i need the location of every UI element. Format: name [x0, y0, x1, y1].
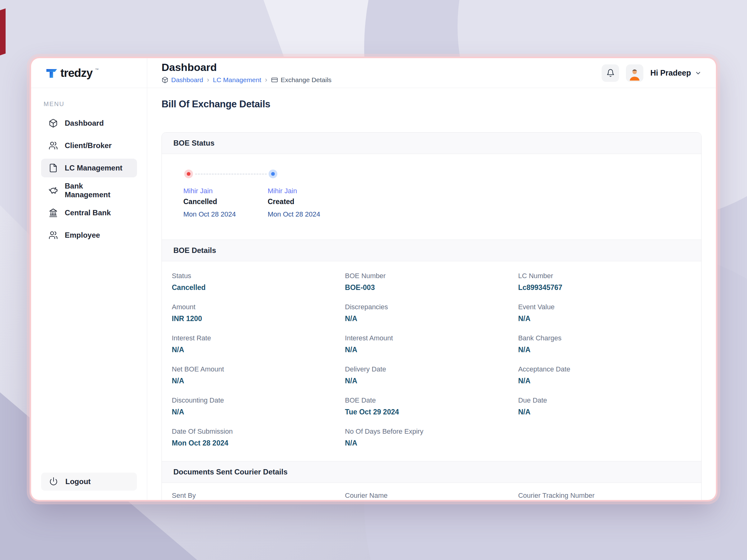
sidebar-item-client-broker[interactable]: Client/Broker [41, 136, 137, 155]
event-user-link[interactable]: Mihir Jain [268, 187, 320, 195]
breadcrumb: Dashboard › LC Management › Exchange Det… [161, 76, 332, 84]
timeline-connector [195, 174, 267, 175]
field-value: N/A [172, 376, 345, 385]
field-label: Acceptance Date [518, 365, 691, 373]
field-label: Interest Rate [172, 334, 345, 342]
field-value: Tue Oct 29 2024 [345, 407, 518, 416]
sidebar-item-employee[interactable]: Employee [41, 226, 137, 244]
event-user-link[interactable]: Mihir Jain [183, 187, 268, 195]
timeline-event-texts: Mihir Jain Created Mon Oct 28 2024 [268, 187, 320, 218]
field-discrepancies: Discrepancies N/A [345, 303, 518, 323]
user-menu[interactable]: Hi Pradeep [650, 69, 701, 77]
main-area: Dashboard Dashboard › LC Management › Ex… [147, 58, 716, 500]
field-event-value: Event Value N/A [518, 303, 691, 323]
sidebar-item-lc-management[interactable]: LC Management [41, 159, 137, 177]
timeline-event-texts: Mihir Jain Cancelled Mon Oct 28 2024 [183, 187, 268, 218]
breadcrumb-label: LC Management [213, 76, 261, 84]
status-timeline: Mihir Jain Cancelled Mon Oct 28 2024 Mih… [183, 169, 701, 218]
field-label: Discrepancies [345, 303, 518, 311]
app-window: tredzy ™ MENU Dashboard Client/Broker [31, 58, 716, 500]
sidebar-item-bank-management[interactable]: Bank Management [41, 181, 137, 200]
brand-logo[interactable]: tredzy ™ [46, 67, 99, 79]
field-interest-amount: Interest Amount N/A [345, 334, 518, 354]
user-greeting: Hi Pradeep [650, 69, 691, 77]
users-icon [49, 141, 58, 150]
sidebar-item-dashboard[interactable]: Dashboard [41, 114, 137, 133]
field-label: No Of Days Before Expiry [345, 427, 518, 435]
field-due-date: Due Date N/A [518, 396, 691, 416]
field-label: Interest Amount [345, 334, 518, 342]
timeline-dot-blue [268, 169, 277, 178]
field-delivery-date: Delivery Date N/A [345, 365, 518, 385]
field-date-of-submission: Date Of Submission Mon Oct 28 2024 [172, 427, 345, 447]
piggy-bank-icon [49, 186, 58, 195]
boe-details-grid: Status Cancelled BOE Number BOE-003 LC N… [162, 261, 701, 461]
field-amount: Amount INR 1200 [172, 303, 345, 323]
sidebar-item-central-bank[interactable]: Central Bank [41, 204, 137, 222]
package-icon [49, 118, 58, 128]
boe-status-body: Mihir Jain Cancelled Mon Oct 28 2024 Mih… [162, 154, 701, 240]
field-label: Discounting Date [172, 396, 345, 404]
field-value: BOE-003 [345, 283, 518, 292]
field-interest-rate: Interest Rate N/A [172, 334, 345, 354]
event-date: Mon Oct 28 2024 [268, 210, 320, 218]
field-label: Amount [172, 303, 345, 311]
field-value: N/A [345, 376, 518, 385]
users-icon [49, 231, 58, 240]
sidebar-header: tredzy ™ [31, 58, 147, 88]
tredzy-logo-icon [46, 67, 58, 79]
field-label: BOE Number [345, 272, 518, 280]
breadcrumb-label: Exchange Details [281, 76, 332, 84]
field-value: Cancelled [172, 283, 345, 292]
header-right: Hi Pradeep [602, 64, 701, 82]
timeline-dot-red [184, 169, 193, 178]
field-value: Lc899345767 [518, 283, 691, 292]
sidebar-item-label: LC Management [65, 164, 122, 172]
section-title-boe-status: BOE Status [162, 133, 701, 154]
sidebar-item-label: Employee [65, 231, 100, 240]
field-value: N/A [518, 407, 691, 416]
field-boe-date: BOE Date Tue Oct 29 2024 [345, 396, 518, 416]
sidebar-item-label: Dashboard [65, 119, 104, 128]
timeline-event-created: Mihir Jain Created Mon Oct 28 2024 [268, 169, 320, 218]
avatar[interactable] [626, 64, 643, 82]
field-value: N/A [345, 439, 518, 447]
power-icon [49, 477, 58, 486]
timeline-dot-inner [271, 172, 275, 176]
field-label: Net BOE Amount [172, 365, 345, 373]
timeline-event-cancelled: Mihir Jain Cancelled Mon Oct 28 2024 [183, 169, 268, 218]
sidebar-nav: Dashboard Client/Broker LC Management Ba… [31, 114, 147, 473]
field-courier-tracking-number: Courier Tracking Number [518, 491, 691, 500]
logout-button[interactable]: Logout [41, 473, 137, 490]
courier-details-grid: Sent By Courier Name Courier Tracking Nu… [162, 483, 701, 500]
header-left: Dashboard Dashboard › LC Management › Ex… [161, 62, 332, 84]
field-label: Bank Charges [518, 334, 691, 342]
boe-card: BOE Status Mihir Jain Cancelled Mon Oct … [161, 132, 701, 500]
breadcrumb-item-dashboard[interactable]: Dashboard [161, 76, 203, 84]
notifications-button[interactable] [602, 64, 619, 82]
field-label: Due Date [518, 396, 691, 404]
field-label: Courier Name [345, 491, 518, 500]
menu-section-label: MENU [44, 101, 147, 108]
bg-red-sliver [0, 8, 6, 55]
field-acceptance-date: Acceptance Date N/A [518, 365, 691, 385]
field-label: Event Value [518, 303, 691, 311]
field-value: N/A [345, 345, 518, 354]
sidebar-item-label: Central Bank [65, 209, 111, 217]
field-value: N/A [518, 376, 691, 385]
logout-label: Logout [66, 477, 91, 486]
chevron-down-icon [695, 70, 701, 77]
field-value: N/A [172, 345, 345, 354]
header-title: Dashboard [161, 62, 332, 73]
field-sent-by: Sent By [172, 491, 345, 500]
breadcrumb-item-lc-management[interactable]: LC Management [213, 76, 261, 84]
brand-name: tredzy [60, 67, 93, 79]
field-value: N/A [518, 314, 691, 323]
page-content: Bill Of Exchange Details BOE Status Mihi… [147, 88, 716, 500]
breadcrumb-separator: › [207, 76, 209, 84]
field-label: BOE Date [345, 396, 518, 404]
sidebar-item-label: Bank Management [65, 182, 129, 199]
bell-icon [606, 69, 615, 77]
person-avatar-icon [627, 67, 642, 82]
event-status: Created [268, 197, 320, 206]
